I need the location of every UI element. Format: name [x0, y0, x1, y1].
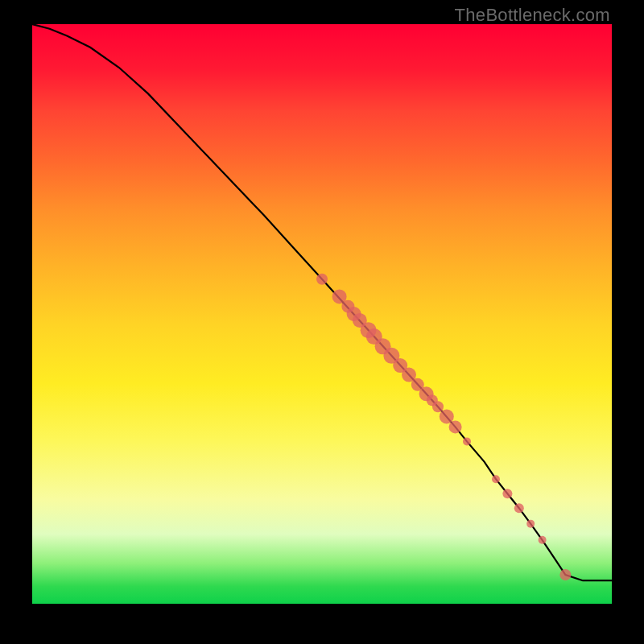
chart-frame: TheBottleneck.com [0, 0, 644, 644]
data-curve [32, 24, 612, 580]
watermark-text: TheBottleneck.com [455, 5, 610, 26]
data-point [432, 401, 444, 412]
line-layer [32, 24, 612, 580]
data-point [514, 503, 524, 513]
data-point [316, 274, 328, 285]
chart-svg [32, 24, 612, 604]
data-point [502, 489, 512, 498]
plot-area [32, 24, 612, 604]
data-point [492, 475, 500, 483]
data-point [440, 409, 454, 423]
data-point [449, 420, 462, 433]
data-point [463, 437, 471, 445]
data-point [559, 569, 571, 580]
data-point [526, 520, 535, 528]
scatter-layer [316, 274, 571, 580]
data-point [539, 536, 547, 544]
